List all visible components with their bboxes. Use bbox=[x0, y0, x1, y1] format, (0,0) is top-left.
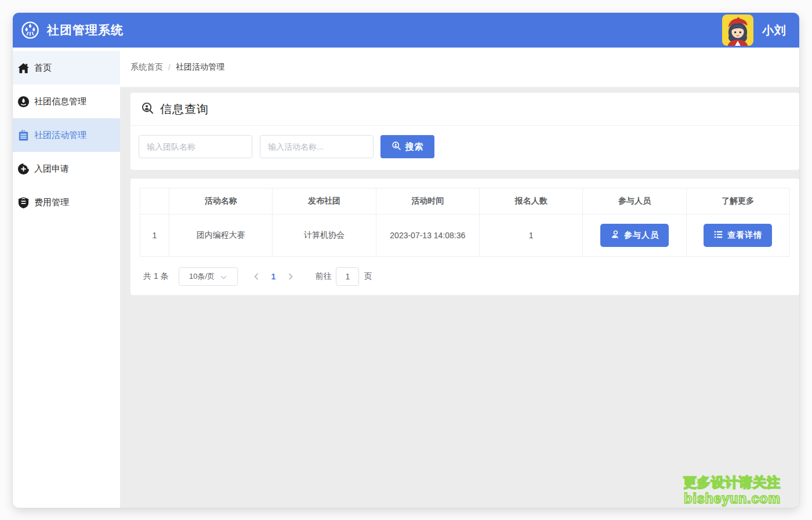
participants-button[interactable]: 参与人员 bbox=[600, 224, 669, 247]
col-more: 了解更多 bbox=[686, 188, 789, 214]
cell-participants: 参与人员 bbox=[583, 214, 686, 257]
watermark-line2: bisheyun.com bbox=[683, 490, 781, 507]
table-card: 活动名称 发布社团 活动时间 报名人数 参与人员 了解更多 1 团内编程大赛 计 bbox=[130, 179, 799, 295]
app-window: 社团管理系统 小刘 bbox=[13, 13, 799, 508]
join-apply-icon bbox=[16, 162, 30, 176]
breadcrumb-separator: / bbox=[168, 63, 171, 72]
prev-page-button[interactable] bbox=[252, 271, 261, 282]
top-header: 社团管理系统 小刘 bbox=[13, 13, 799, 48]
sidebar-item-club-info[interactable]: 社团信息管理 bbox=[13, 85, 120, 118]
cell-more: 查看详情 bbox=[686, 214, 789, 257]
breadcrumb-item-current: 社团活动管理 bbox=[176, 62, 224, 72]
view-detail-button-label: 查看详情 bbox=[727, 230, 762, 241]
sidebar-item-home[interactable]: 首页 bbox=[13, 51, 120, 85]
table-row: 1 团内编程大赛 计算机协会 2023-07-13 14:08:36 1 bbox=[140, 214, 790, 257]
breadcrumb-item-home[interactable]: 系统首页 bbox=[130, 62, 163, 72]
user-icon bbox=[610, 230, 624, 241]
list-icon bbox=[713, 230, 727, 241]
sidebar-item-label: 社团活动管理 bbox=[34, 130, 86, 141]
view-detail-button[interactable]: 查看详情 bbox=[704, 224, 772, 247]
cell-index: 1 bbox=[140, 214, 169, 257]
search-user-icon bbox=[141, 101, 154, 117]
cell-count: 1 bbox=[479, 214, 582, 257]
goto-label: 前往 bbox=[315, 271, 331, 282]
watermark: 更多设计请关注 bisheyun.com bbox=[683, 474, 781, 507]
search-row: 搜索 bbox=[130, 126, 799, 170]
participants-button-label: 参与人员 bbox=[624, 230, 659, 241]
col-activity-name: 活动名称 bbox=[169, 188, 273, 214]
team-name-input[interactable] bbox=[139, 135, 252, 158]
col-participants: 参与人员 bbox=[583, 188, 686, 214]
watermark-line1: 更多设计请关注 bbox=[683, 474, 781, 490]
page-size-value: 10条/页 bbox=[189, 271, 215, 282]
search-button-label: 搜索 bbox=[405, 141, 424, 152]
club-activity-icon bbox=[16, 128, 30, 142]
sidebar-item-label: 首页 bbox=[34, 63, 52, 74]
sidebar-item-fee[interactable]: 费用管理 bbox=[13, 186, 120, 219]
cell-time: 2023-07-13 14:08:36 bbox=[376, 214, 479, 257]
goto-page-input[interactable] bbox=[336, 267, 359, 286]
page-unit-label: 页 bbox=[364, 271, 372, 282]
avatar[interactable] bbox=[722, 14, 753, 46]
main-content: 系统首页 / 社团活动管理 信息查询 bbox=[120, 48, 799, 508]
query-card-title: 信息查询 bbox=[160, 101, 209, 117]
cell-activity-name: 团内编程大赛 bbox=[169, 214, 273, 257]
home-icon bbox=[16, 61, 30, 75]
activity-name-input[interactable] bbox=[260, 135, 374, 158]
query-card: 信息查询 搜索 bbox=[130, 93, 799, 170]
table-header-row: 活动名称 发布社团 活动时间 报名人数 参与人员 了解更多 bbox=[140, 188, 790, 214]
current-page[interactable]: 1 bbox=[271, 272, 276, 281]
app-title: 社团管理系统 bbox=[47, 22, 124, 38]
app-logo-icon bbox=[21, 21, 39, 39]
sidebar-item-label: 入团申请 bbox=[34, 163, 69, 174]
sidebar-item-club-activity[interactable]: 社团活动管理 bbox=[13, 118, 120, 152]
activity-table: 活动名称 发布社团 活动时间 报名人数 参与人员 了解更多 1 团内编程大赛 计 bbox=[140, 188, 790, 257]
chevron-down-icon bbox=[220, 272, 227, 281]
breadcrumb: 系统首页 / 社团活动管理 bbox=[120, 48, 799, 87]
col-time: 活动时间 bbox=[376, 188, 479, 214]
pagination: 共 1 条 10条/页 1 bbox=[140, 267, 790, 286]
col-index bbox=[140, 188, 169, 214]
sidebar-item-label: 社团信息管理 bbox=[34, 96, 86, 107]
sidebar: 首页 社团信息管理 bbox=[13, 48, 120, 508]
col-club: 发布社团 bbox=[273, 188, 376, 214]
pagination-total: 共 1 条 bbox=[143, 271, 169, 282]
col-count: 报名人数 bbox=[479, 188, 582, 214]
cell-club: 计算机协会 bbox=[273, 214, 376, 257]
club-info-icon bbox=[16, 94, 30, 108]
search-button[interactable]: 搜索 bbox=[380, 135, 434, 158]
username[interactable]: 小刘 bbox=[762, 23, 786, 38]
fee-icon bbox=[16, 195, 30, 209]
search-icon bbox=[392, 141, 405, 152]
sidebar-item-join-apply[interactable]: 入团申请 bbox=[13, 152, 120, 186]
page-size-select[interactable]: 10条/页 bbox=[179, 267, 238, 286]
sidebar-item-label: 费用管理 bbox=[34, 197, 69, 208]
next-page-button[interactable] bbox=[286, 271, 295, 282]
query-card-header: 信息查询 bbox=[130, 93, 799, 126]
